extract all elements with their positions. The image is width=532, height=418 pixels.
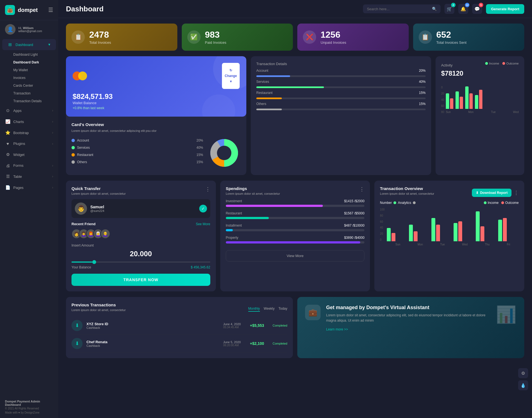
- tx-date-0: June 4, 2020: [223, 322, 241, 326]
- tx-bar-thu-outcome: [480, 226, 484, 241]
- scroll-buttons: ⚙ 💧: [518, 368, 528, 390]
- generate-report-button[interactable]: Generate Report: [486, 4, 524, 14]
- tx-status-0: Completed: [268, 324, 287, 327]
- activity-amount: $78120: [441, 70, 519, 77]
- tab-monthly[interactable]: Monthly: [248, 307, 260, 312]
- legend-pct-restaurant: 15%: [196, 153, 203, 157]
- sub-dashboard-dark[interactable]: Dashboard Dark: [11, 58, 58, 66]
- tx-bar-fri-outcome: [503, 218, 507, 241]
- user-email: william@gmail.com: [18, 30, 42, 33]
- tx-date-col-1: June 5, 2020 06:20:00 AM: [223, 340, 241, 347]
- water-scroll-btn[interactable]: 💧: [518, 380, 528, 390]
- sidebar-item-widget[interactable]: ⚙ Widget: [0, 149, 58, 160]
- tx-bar-sun-income: [387, 228, 391, 241]
- sidebar-item-charts[interactable]: 📈 Charts ›: [0, 116, 58, 127]
- sub-my-wallet[interactable]: My Wallet: [11, 66, 58, 74]
- apps-icon: ⊙: [5, 108, 11, 113]
- sidebar-item-apps[interactable]: ⊙ Apps ›: [0, 105, 58, 116]
- tx-menu[interactable]: ⋮: [514, 190, 519, 196]
- sidebar-item-dashboard[interactable]: ⊞ Dashboard ▼: [2, 39, 56, 50]
- sub-invoices[interactable]: Invoices: [11, 74, 58, 82]
- tx-detail-val2: 40%: [419, 80, 426, 84]
- total-sent-label: Total Invoices Sent: [436, 40, 467, 45]
- bell-button[interactable]: 🔔 12: [458, 4, 468, 14]
- stat-card-unpaid-invoices: ❌ 1256 Unpaid Invoices: [297, 24, 409, 51]
- slider-track[interactable]: [71, 261, 210, 263]
- qt-desc: Lorem ipsum dolor sit amet, consectetur: [71, 192, 126, 195]
- tx-toggle: Number Analytics Income Outcome: [380, 201, 519, 205]
- legend-restaurant: Restaurant 15%: [71, 153, 203, 157]
- sidebar-label-charts: Charts: [13, 120, 49, 124]
- sub-transaction[interactable]: Transaction: [11, 89, 58, 97]
- search-input[interactable]: [367, 7, 430, 11]
- hamburger-icon[interactable]: ☰: [48, 7, 53, 13]
- spendings-menu[interactable]: ⋮: [359, 186, 364, 199]
- spending-name-property: Property: [226, 236, 238, 240]
- sub-cards-center[interactable]: Cards Center: [11, 82, 58, 89]
- donut-panel: Transaction Details Account 20% Services…: [251, 56, 431, 175]
- chevron-right-icon6: ›: [52, 175, 53, 178]
- spending-investment: Investment $1415 /$2000: [226, 199, 365, 207]
- tx-bar-tue-outcome: [436, 225, 440, 241]
- see-more-link[interactable]: See More: [196, 222, 210, 226]
- sidebar-item-bootstrap[interactable]: ⭐ Bootstrap ›: [0, 127, 58, 138]
- cart-button[interactable]: 🛒 2: [444, 4, 454, 14]
- prev-tx-header: Previous Transactions Lorem ipsum dolor …: [71, 302, 287, 316]
- sidebar-item-plugins[interactable]: ♥ Plugins ›: [0, 138, 58, 149]
- placeholder-text: Transaction Details: [256, 62, 426, 66]
- settings-scroll-btn[interactable]: ⚙: [518, 368, 528, 378]
- tx-date-col-0: June 4, 2020 05:34:45 AM: [223, 322, 241, 329]
- bottom-row-2: Previous Transactions Lorem ipsum dolor …: [66, 297, 524, 364]
- dashboard-submenu: Dashboard Light Dashboard Dark My Wallet…: [0, 51, 58, 105]
- sub-dashboard-light[interactable]: Dashboard Light: [11, 51, 58, 58]
- va-learn-more-link[interactable]: Learn more >>: [326, 327, 348, 331]
- bar-tue-income: [465, 86, 469, 109]
- sidebar-item-table[interactable]: ☰ Table ›: [0, 171, 58, 182]
- spendings-desc: Lorem ipsum dolor sit amet, consectetur: [226, 192, 280, 195]
- sidebar-item-forms[interactable]: 🖨 Forms ›: [0, 160, 58, 171]
- tx-detail-label3: Restaurant: [256, 91, 273, 95]
- chevron-right-icon4: ›: [52, 142, 53, 146]
- paid-invoices-label: Paid Invoices: [205, 40, 226, 45]
- legend-name-account: Account: [77, 139, 194, 142]
- tx-bars-wrap: Sun Mon Tue Wed Thu Fri: [387, 208, 519, 246]
- bar-wed-income: [475, 95, 478, 109]
- spending-name-installment: Installment: [226, 224, 242, 227]
- legend-name-restaurant: Restaurant: [77, 153, 194, 157]
- sidebar-item-pages[interactable]: 📄 Pages ›: [0, 182, 58, 193]
- activity-chart-wrap: 80 60 40 20 0: [441, 81, 519, 114]
- amount-value: 20.000: [71, 250, 210, 258]
- spending-bar-property: [226, 241, 365, 243]
- wallet-card: ↻ Change ▾ $824,571.93 Wallet Balance +0…: [66, 56, 246, 117]
- transfer-now-button[interactable]: TRANSFER NOW: [71, 274, 210, 286]
- sub-transaction-details[interactable]: Transaction Details: [11, 97, 58, 105]
- qt-menu[interactable]: ⋮: [205, 186, 210, 192]
- cards-overview-desc: Lorem ipsum dolor sit amet, consectetur …: [71, 129, 241, 132]
- download-report-button[interactable]: ⬇ Download Report: [472, 189, 511, 197]
- transfer-user: 👨 Samuel @sum224 ✓: [71, 199, 210, 218]
- view-more-button[interactable]: View More: [226, 250, 365, 261]
- tx-outcome-label: Outcome: [505, 201, 519, 205]
- message-button[interactable]: 💬 5: [472, 4, 482, 14]
- tx-bar-group-fri: [498, 218, 519, 241]
- wallet-change-button[interactable]: ↻ Change ▾: [222, 63, 240, 89]
- bar-group-mon: [456, 91, 463, 109]
- spending-fill-installment: [226, 229, 233, 231]
- spending-restaurant: Restaurant $1567 /$5000: [226, 211, 365, 219]
- prev-tx-tabs: Monthly Weekly Today: [248, 307, 287, 312]
- toggle-dot-grey: [413, 201, 416, 204]
- tx-bar-fill3: [256, 98, 282, 99]
- legend-dot-account: [71, 139, 75, 142]
- search-box[interactable]: 🔍: [363, 4, 441, 13]
- tab-weekly[interactable]: Weekly: [264, 307, 275, 312]
- unpaid-invoices-label: Unpaid Invoices: [321, 40, 346, 45]
- legend-dot-restaurant: [71, 153, 75, 157]
- wallet-change-pct: +0.8% than last week: [73, 106, 240, 110]
- tx-income-label: Income: [488, 201, 498, 205]
- spending-property: Property $3890 /$4000: [226, 236, 365, 243]
- tx-header-actions: ⬇ Download Report ⋮: [472, 189, 519, 197]
- spending-amounts-property: $3890 /$4000: [344, 236, 364, 240]
- chevron-right-icon5: ›: [52, 164, 53, 168]
- tx-bar-wrap: [256, 75, 426, 77]
- tab-today[interactable]: Today: [278, 307, 287, 312]
